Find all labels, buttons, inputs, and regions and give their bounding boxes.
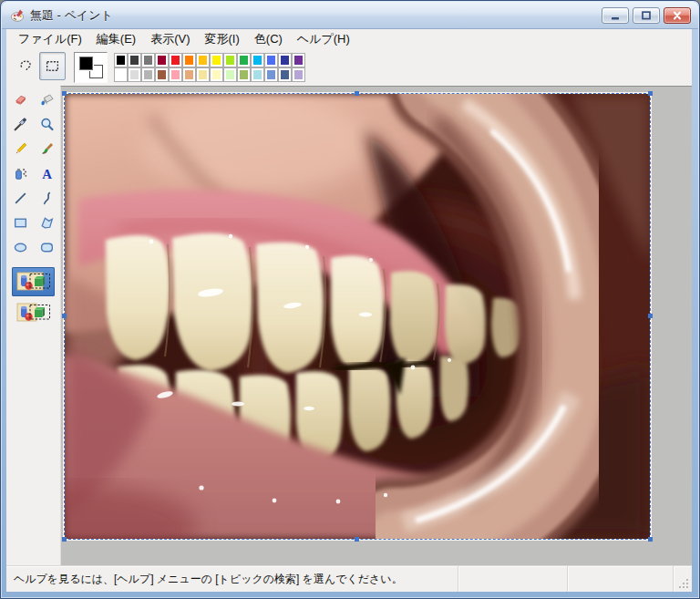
selection-handle-w[interactable] (62, 314, 67, 318)
color-swatch[interactable] (169, 67, 182, 82)
free-form-select-tool-button[interactable] (13, 52, 39, 80)
line-icon (13, 191, 28, 206)
minimize-icon (605, 9, 625, 22)
color-swatch[interactable] (237, 53, 251, 67)
resize-grip[interactable] (674, 566, 692, 592)
color-swatch[interactable] (114, 67, 128, 82)
fill-with-color-icon (39, 92, 55, 108)
color-swatch[interactable] (251, 67, 264, 82)
menu-image[interactable]: 変形(I) (198, 29, 247, 49)
rounded-rectangle-icon (39, 240, 55, 255)
color-swatch[interactable] (182, 53, 196, 67)
curve-tool-button[interactable] (35, 187, 59, 210)
canvas-workspace[interactable] (60, 86, 692, 565)
status-panel-2 (458, 566, 568, 592)
color-swatch[interactable] (251, 53, 264, 67)
current-colors-well[interactable] (74, 52, 108, 83)
ellipse-icon (13, 240, 28, 255)
color-swatch[interactable] (292, 53, 305, 67)
brush-icon (39, 141, 55, 157)
opaque-selection-option[interactable] (12, 267, 55, 296)
color-swatch[interactable] (141, 67, 155, 82)
airbrush-icon (13, 166, 28, 181)
color-swatch[interactable] (155, 53, 169, 67)
select-tool-button[interactable] (39, 52, 66, 80)
selection-handle-s[interactable] (355, 537, 359, 542)
transparent-selection-option[interactable] (12, 298, 55, 327)
status-panel-3 (568, 566, 674, 592)
paint-app-icon (10, 8, 25, 23)
pasted-image-selection[interactable] (64, 93, 651, 540)
magnifier-tool-button[interactable] (35, 113, 59, 136)
color-swatch[interactable] (210, 53, 223, 67)
color-swatch[interactable] (223, 67, 237, 82)
ellipse-tool-button[interactable] (8, 236, 33, 259)
color-swatch[interactable] (264, 67, 278, 82)
tool-options-box (11, 267, 57, 327)
color-swatch[interactable] (128, 53, 141, 67)
svg-text:A: A (42, 167, 52, 181)
pick-color-tool-button[interactable] (8, 113, 33, 136)
polygon-icon (39, 215, 55, 231)
color-swatch[interactable] (264, 53, 278, 67)
selection-handle-n[interactable] (355, 91, 359, 96)
menu-colors[interactable]: 色(C) (247, 29, 290, 49)
color-swatch[interactable] (237, 67, 251, 82)
polygon-tool-button[interactable] (35, 212, 59, 234)
close-icon (667, 9, 687, 22)
menu-edit[interactable]: 編集(E) (89, 29, 143, 49)
pick-color-icon (13, 117, 28, 132)
main-area: A (6, 86, 692, 565)
selection-handle-se[interactable] (648, 537, 653, 542)
selection-handle-sw[interactable] (62, 537, 67, 542)
maximize-button[interactable] (633, 7, 660, 24)
eraser-tool-button[interactable] (8, 88, 33, 111)
color-swatch[interactable] (196, 53, 210, 67)
canvas-image[interactable] (65, 94, 650, 539)
menu-file[interactable]: ファイル(F) (11, 29, 89, 49)
maximize-icon (636, 9, 656, 22)
title-bar[interactable]: 無題 - ペイント (2, 2, 698, 29)
color-swatch[interactable] (141, 53, 155, 67)
menu-help[interactable]: ヘルプ(H) (290, 29, 357, 49)
tool-palette: A (6, 86, 60, 565)
opaque-selection-icon (15, 270, 52, 294)
transparent-selection-icon (15, 301, 52, 325)
color-swatch[interactable] (155, 67, 169, 82)
brush-tool-button[interactable] (35, 138, 59, 160)
text-icon: A (39, 166, 55, 181)
top-toolbar (6, 48, 692, 86)
minimize-button[interactable] (602, 7, 629, 24)
rectangle-tool-button[interactable] (8, 212, 33, 234)
color-swatch[interactable] (196, 67, 210, 82)
rounded-rectangle-tool-button[interactable] (35, 236, 59, 259)
color-swatch[interactable] (114, 53, 128, 67)
eraser-icon (13, 92, 28, 108)
line-tool-button[interactable] (8, 187, 33, 210)
menu-view[interactable]: 表示(V) (143, 29, 197, 49)
color-swatch[interactable] (223, 53, 237, 67)
color-swatch[interactable] (210, 67, 223, 82)
selection-handle-ne[interactable] (648, 91, 653, 96)
pencil-tool-button[interactable] (8, 138, 33, 160)
tool-grid: A (6, 88, 60, 259)
select-icon (45, 58, 60, 74)
selection-handle-nw[interactable] (62, 91, 67, 96)
magnifier-icon (39, 117, 55, 132)
airbrush-tool-button[interactable] (8, 162, 33, 185)
client-area: ファイル(F) 編集(E) 表示(V) 変形(I) 色(C) ヘルプ(H) (6, 29, 692, 592)
color-swatch[interactable] (182, 67, 196, 82)
color-swatch[interactable] (278, 67, 292, 82)
pencil-icon (13, 141, 28, 157)
text-tool-button[interactable]: A (35, 162, 59, 185)
color-swatch[interactable] (128, 67, 141, 82)
paint-window: 無題 - ペイント ファイル(F) 編集(E) 表示(V) 変形(I) 色(C) (0, 0, 700, 599)
foreground-color-swatch[interactable] (79, 57, 93, 70)
color-swatch[interactable] (278, 53, 292, 67)
color-swatch[interactable] (169, 53, 182, 67)
color-swatch[interactable] (292, 67, 305, 82)
selection-handle-e[interactable] (648, 314, 653, 318)
close-button[interactable] (664, 7, 691, 24)
fill-with-color-tool-button[interactable] (35, 88, 59, 111)
window-title: 無題 - ペイント (30, 7, 113, 24)
